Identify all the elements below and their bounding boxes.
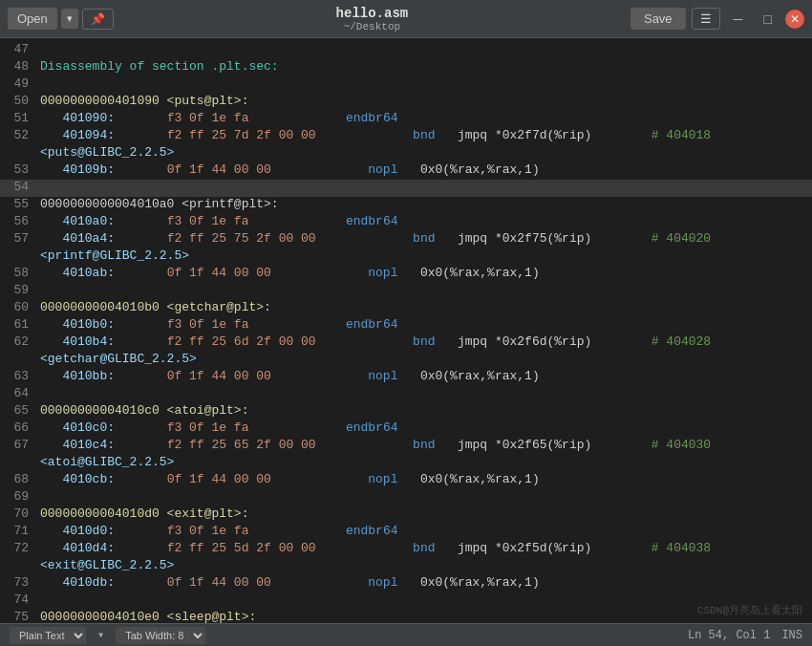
line-content: 4010db: 0f 1f 44 00 00 nopl 0x0(%rax,%ra… (40, 575, 804, 590)
line-number: 72 (0, 541, 29, 555)
filepath-label: ~/Desktop (336, 21, 409, 32)
code-line: 53 40109b: 0f 1f 44 00 00 nopl 0x0(%rax,… (0, 162, 812, 180)
code-line: 550000000000004010a0 <printf@plt>: (0, 197, 812, 214)
code-line: 7500000000004010e0 <sleep@plt>: (0, 610, 812, 623)
line-content: <getchar@GLIBC_2.2.5> (40, 352, 804, 366)
line-number: 51 (0, 111, 29, 125)
code-line: 47 (0, 42, 812, 59)
tab-width-label: ▾ (97, 628, 104, 642)
line-content: 401094: f2 ff 25 7d 2f 00 00 bnd jmpq *0… (40, 128, 804, 142)
line-number: 47 (0, 42, 29, 56)
line-number: 53 (0, 162, 29, 177)
line-number: 64 (0, 386, 29, 400)
code-line: 69 (0, 489, 812, 506)
titlebar-center: hello.asm ~/Desktop (336, 6, 409, 32)
code-line: 56 4010a0: f3 0f 1e fa endbr64 (0, 214, 812, 231)
code-area: 4748Disassembly of section .plt.sec:4950… (0, 38, 812, 623)
code-line: 71 4010d0: f3 0f 1e fa endbr64 (0, 524, 812, 541)
menu-button[interactable]: ☰ (692, 8, 720, 30)
line-content: 4010ab: 0f 1f 44 00 00 nopl 0x0(%rax,%ra… (40, 266, 804, 280)
line-content: 0000000000004010a0 <printf@plt>: (40, 197, 804, 211)
line-content: 4010a0: f3 0f 1e fa endbr64 (40, 214, 804, 228)
language-select[interactable]: Plain Text (10, 627, 86, 644)
line-content: 4010c4: f2 ff 25 65 2f 00 00 bnd jmpq *0… (40, 438, 804, 452)
code-line: <printf@GLIBC_2.2.5> (0, 248, 812, 266)
statusbar-left: Plain Text ▾ Tab Width: 8 (10, 627, 205, 644)
code-line: 68 4010cb: 0f 1f 44 00 00 nopl 0x0(%rax,… (0, 472, 812, 489)
code-line: 48Disassembly of section .plt.sec: (0, 59, 812, 76)
code-line: <atoi@GLIBC_2.2.5> (0, 455, 812, 472)
line-number: 56 (0, 214, 29, 228)
line-number: 57 (0, 231, 29, 246)
line-content: 4010d4: f2 ff 25 5d 2f 00 00 bnd jmpq *0… (40, 541, 804, 555)
ins-label: INS (781, 629, 802, 642)
line-number: 63 (0, 369, 29, 383)
pin-button[interactable]: 📌 (82, 9, 114, 30)
filename-label: hello.asm (336, 6, 409, 21)
line-content: 4010a4: f2 ff 25 75 2f 00 00 bnd jmpq *0… (40, 231, 804, 246)
line-number: 71 (0, 524, 29, 538)
tab-width-select[interactable]: Tab Width: 8 (116, 627, 205, 644)
code-line: <getchar@GLIBC_2.2.5> (0, 352, 812, 369)
line-number: 74 (0, 592, 29, 607)
code-line: 59 (0, 283, 812, 300)
code-content[interactable]: 4748Disassembly of section .plt.sec:4950… (0, 38, 812, 623)
line-content: 4010cb: 0f 1f 44 00 00 nopl 0x0(%rax,%ra… (40, 472, 804, 486)
line-content: 401090: f3 0f 1e fa endbr64 (40, 111, 804, 125)
code-line: 54 (0, 180, 812, 197)
close-button[interactable]: ✕ (785, 10, 804, 29)
save-button[interactable]: Save (630, 8, 686, 30)
open-dropdown-button[interactable]: ▾ (61, 9, 78, 29)
line-number: 69 (0, 489, 29, 504)
line-content: Disassembly of section .plt.sec: (40, 59, 804, 74)
line-content: 4010bb: 0f 1f 44 00 00 nopl 0x0(%rax,%ra… (40, 369, 804, 383)
code-line: 73 4010db: 0f 1f 44 00 00 nopl 0x0(%rax,… (0, 575, 812, 592)
code-line: 52 401094: f2 ff 25 7d 2f 00 00 bnd jmpq… (0, 128, 812, 145)
open-button[interactable]: Open (8, 8, 57, 30)
code-line: 6500000000004010c0 <atoi@plt>: (0, 403, 812, 420)
line-number: 48 (0, 59, 29, 74)
code-line: 51 401090: f3 0f 1e fa endbr64 (0, 111, 812, 128)
titlebar-right: Save ☰ ─ □ ✕ (630, 8, 804, 31)
line-number: 60 (0, 300, 29, 314)
line-number: 67 (0, 438, 29, 452)
line-content: 4010b4: f2 ff 25 6d 2f 00 00 bnd jmpq *0… (40, 334, 804, 349)
line-number: 68 (0, 472, 29, 486)
code-line: 62 4010b4: f2 ff 25 6d 2f 00 00 bnd jmpq… (0, 334, 812, 352)
line-number: 58 (0, 266, 29, 280)
code-line: <exit@GLIBC_2.2.5> (0, 558, 812, 575)
line-number: 49 (0, 76, 29, 91)
code-line: 66 4010c0: f3 0f 1e fa endbr64 (0, 420, 812, 438)
line-number: 59 (0, 283, 29, 297)
maximize-button[interactable]: □ (757, 8, 780, 31)
line-content: 0000000000401090 <puts@plt>: (40, 94, 804, 108)
line-content: <atoi@GLIBC_2.2.5> (40, 455, 804, 469)
code-line: 63 4010bb: 0f 1f 44 00 00 nopl 0x0(%rax,… (0, 369, 812, 386)
line-content: 4010c0: f3 0f 1e fa endbr64 (40, 420, 804, 435)
line-number: 50 (0, 94, 29, 108)
line-number: 70 (0, 506, 29, 521)
line-number: 55 (0, 197, 29, 211)
line-content: 4010d0: f3 0f 1e fa endbr64 (40, 524, 804, 538)
line-content: 00000000004010b0 <getchar@plt>: (40, 300, 804, 314)
code-line: 72 4010d4: f2 ff 25 5d 2f 00 00 bnd jmpq… (0, 541, 812, 558)
code-line: 61 4010b0: f3 0f 1e fa endbr64 (0, 317, 812, 334)
code-line: 67 4010c4: f2 ff 25 65 2f 00 00 bnd jmpq… (0, 438, 812, 455)
line-content: <exit@GLIBC_2.2.5> (40, 558, 804, 572)
titlebar-left: Open ▾ 📌 (8, 8, 114, 30)
line-content: 00000000004010c0 <atoi@plt>: (40, 403, 804, 418)
minimize-button[interactable]: ─ (726, 8, 751, 31)
code-line: 7000000000004010d0 <exit@plt>: (0, 506, 812, 524)
line-number: 66 (0, 420, 29, 435)
code-line: 49 (0, 76, 812, 94)
line-number: 73 (0, 575, 29, 590)
code-line: <puts@GLIBC_2.2.5> (0, 145, 812, 162)
code-line: 74 (0, 592, 812, 610)
statusbar-right: Ln 54, Col 1 INS (688, 629, 802, 642)
line-content: 4010b0: f3 0f 1e fa endbr64 (40, 317, 804, 332)
code-line: 6000000000004010b0 <getchar@plt>: (0, 300, 812, 317)
line-number: 75 (0, 610, 29, 623)
code-line: 500000000000401090 <puts@plt>: (0, 94, 812, 111)
line-content: <puts@GLIBC_2.2.5> (40, 145, 804, 160)
line-content: 00000000004010d0 <exit@plt>: (40, 506, 804, 521)
